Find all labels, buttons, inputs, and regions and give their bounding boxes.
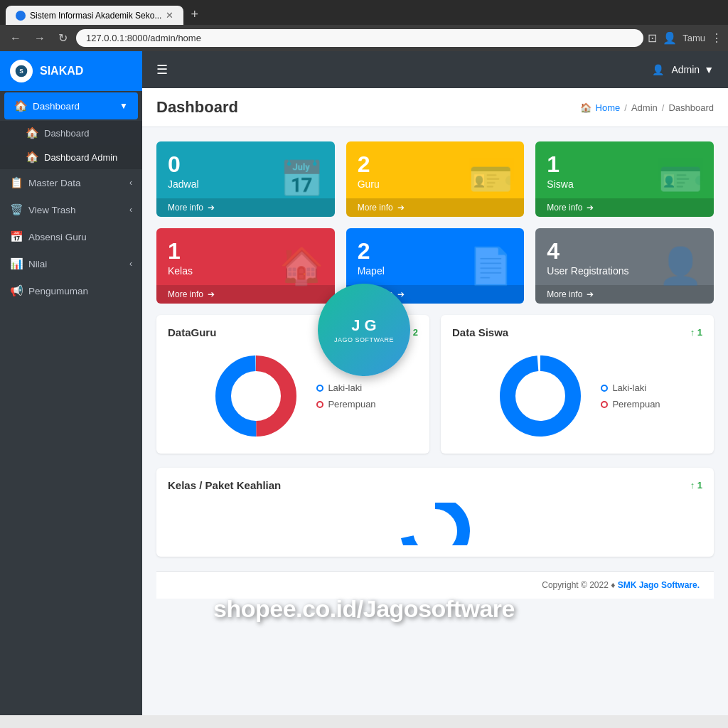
- guru-legend-female-label: Perempuan: [328, 399, 375, 410]
- mapel-more-btn[interactable]: More info ➔: [346, 285, 525, 304]
- admin-dropdown-btn[interactable]: Admin ▼: [671, 64, 714, 75]
- stats-card-guru: 2 Guru 🪪 More info ➔: [346, 141, 525, 217]
- siswa-female-dot-icon: [601, 401, 608, 408]
- chart-siswa-header: Data Siswa ↑ 1: [452, 326, 702, 338]
- pengumuman-icon: 📢: [10, 284, 23, 297]
- stats-card-siswa: 1 Siswa 🪪 More info ➔: [535, 141, 714, 217]
- home-breadcrumb-icon: 🏠: [580, 102, 592, 113]
- siswa-donut: [494, 350, 587, 442]
- main-right: ☰ 👤 Admin ▼ Dashboard 🏠 Home / Admin /: [142, 51, 728, 715]
- guru-legend: Laki-laki Perempuan: [316, 382, 375, 410]
- female-dot-icon: [316, 401, 323, 408]
- stats-card-mapel: 2 Mapel 📄 More info ➔: [346, 228, 525, 304]
- tab-favicon: [16, 11, 26, 21]
- svg-point-6: [518, 373, 563, 419]
- sidebar-item-dashboard-admin[interactable]: 🏠 Dashboard Admin: [0, 145, 142, 169]
- footer: Copyright © 2022 ♦ SMK Jago Software.: [156, 571, 714, 599]
- menu-icon[interactable]: ⋮: [711, 31, 722, 45]
- header-right: 👤 Admin ▼: [652, 64, 714, 75]
- siswa-legend-female: Perempuan: [601, 399, 660, 410]
- jadwal-more-btn[interactable]: More info ➔: [156, 198, 335, 217]
- active-tab[interactable]: Sistem Informasi Akademik Seko... ✕: [6, 6, 183, 25]
- stats-row-2: 1 Kelas 🏠 More info ➔ 2 Mapel 📄: [156, 228, 714, 304]
- brand-text: SIAKAD: [40, 65, 83, 77]
- breadcrumb-dashboard: Dashboard: [668, 102, 714, 113]
- nilai-icon: 📊: [10, 257, 23, 270]
- refresh-btn[interactable]: ↻: [54, 30, 72, 46]
- footer-copyright: Copyright © 2022 ♦: [542, 580, 617, 590]
- page-title: Dashboard: [156, 98, 238, 117]
- sidebar-label-dashboard-admin: Dashboard Admin: [44, 152, 117, 163]
- dashboard-submenu: 🏠 Dashboard 🏠 Dashboard Admin: [0, 121, 142, 169]
- sidebar-item-dashboard[interactable]: 🏠 Dashboard ▼: [4, 92, 138, 119]
- nilai-chevron: ‹: [129, 259, 132, 269]
- users-more-btn[interactable]: More info ➔: [535, 285, 714, 304]
- forward-btn[interactable]: →: [30, 31, 50, 46]
- stats-card-kelas: 1 Kelas 🏠 More info ➔: [156, 228, 335, 304]
- dashboard-main-icon: 🏠: [26, 127, 38, 139]
- tab-title: Sistem Informasi Akademik Seko...: [30, 11, 161, 21]
- sidebar-label-dashboard: Dashboard: [33, 101, 80, 112]
- sidebar-label-absensi: Absensi Guru: [28, 232, 87, 242]
- sidebar-item-master-data[interactable]: 📋 Master Data ‹: [0, 169, 142, 196]
- footer-link[interactable]: SMK Jago Software.: [618, 580, 700, 590]
- breadcrumb-home[interactable]: Home: [596, 102, 621, 113]
- siswa-icon: 🪪: [658, 159, 702, 200]
- browser-nav-bar: ← → ↻ ⊡ 👤 Tamu ⋮: [0, 25, 728, 51]
- admin-label: Admin: [671, 64, 700, 75]
- stats-card-users: 4 User Registrations 👤 More info ➔: [535, 228, 714, 304]
- sidebar-item-pengumuman[interactable]: 📢 Pengumuman: [0, 277, 142, 304]
- guru-legend-male-label: Laki-laki: [328, 382, 362, 393]
- siswa-legend-female-label: Perempuan: [612, 399, 660, 410]
- jadwal-icon: 📅: [279, 159, 323, 200]
- guru-icon: 🪪: [469, 159, 513, 200]
- extensions-icon[interactable]: ⊡: [648, 31, 657, 45]
- brand-icon: S: [10, 60, 33, 82]
- kelas-arrow-icon: ➔: [208, 289, 215, 299]
- guru-more-btn[interactable]: More info ➔: [346, 198, 525, 217]
- main-content: Dashboard 🏠 Home / Admin / Dashboard 0: [142, 88, 728, 715]
- back-btn[interactable]: ←: [6, 31, 26, 46]
- chevron-down-icon: ▼: [119, 101, 128, 111]
- url-bar[interactable]: [76, 29, 643, 47]
- sidebar-label-view-trash: View Trash: [28, 205, 76, 215]
- sidebar-item-nilai[interactable]: 📊 Nilai ‹: [0, 250, 142, 277]
- account-label: Tamu: [682, 33, 705, 43]
- svg-point-4: [233, 373, 279, 419]
- kelas-more-btn[interactable]: More info ➔: [156, 285, 335, 304]
- guru-arrow-icon: ➔: [397, 203, 405, 213]
- svg-text:S: S: [19, 68, 23, 75]
- master-data-icon: 📋: [10, 176, 23, 189]
- guru-donut: [210, 350, 302, 442]
- sidebar-item-view-trash[interactable]: 🗑️ View Trash ‹: [0, 196, 142, 223]
- stats-card-jadwal: 0 Jadwal 📅 More info ➔: [156, 141, 335, 217]
- tab-close-btn[interactable]: ✕: [166, 10, 173, 21]
- content-header: Dashboard 🏠 Home / Admin / Dashboard: [142, 88, 728, 127]
- master-data-chevron: ‹: [129, 178, 132, 188]
- sidebar-label-dashboard-main: Dashboard: [44, 128, 90, 139]
- chart-data-siswa: Data Siswa ↑ 1: [441, 315, 714, 454]
- breadcrumb-admin: Admin: [631, 102, 658, 113]
- sidebar-label-nilai: Nilai: [28, 259, 47, 269]
- dashboard-icon: 🏠: [14, 100, 27, 112]
- kelas-icon: 🏠: [279, 245, 323, 287]
- guru-more-label: More info: [358, 203, 393, 213]
- siswa-arrow-icon: ➔: [587, 203, 594, 213]
- kelas-section: Kelas / Paket Keahlian ↑ 1: [156, 468, 714, 557]
- siswa-more-btn[interactable]: More info ➔: [535, 198, 714, 217]
- mapel-arrow-icon: ➔: [397, 289, 405, 299]
- mapel-icon: 📄: [469, 245, 513, 287]
- browser-nav-right: ⊡ 👤 Tamu ⋮: [648, 31, 722, 45]
- absensi-icon: 📅: [10, 230, 23, 243]
- users-icon: 👤: [658, 245, 702, 287]
- chart-siswa-trend: ↑ 1: [690, 327, 702, 338]
- svg-point-8: [415, 511, 455, 545]
- account-icon[interactable]: 👤: [663, 31, 677, 45]
- charts-row: DataGuru ↑ 2: [156, 315, 714, 454]
- kelas-more-label: More info: [168, 289, 203, 299]
- hamburger-btn[interactable]: ☰: [156, 62, 168, 77]
- sidebar-item-absensi-guru[interactable]: 📅 Absensi Guru: [0, 223, 142, 250]
- guru-legend-female: Perempuan: [316, 399, 375, 410]
- sidebar-item-dashboard-main[interactable]: 🏠 Dashboard: [0, 121, 142, 145]
- new-tab-btn[interactable]: +: [183, 4, 205, 25]
